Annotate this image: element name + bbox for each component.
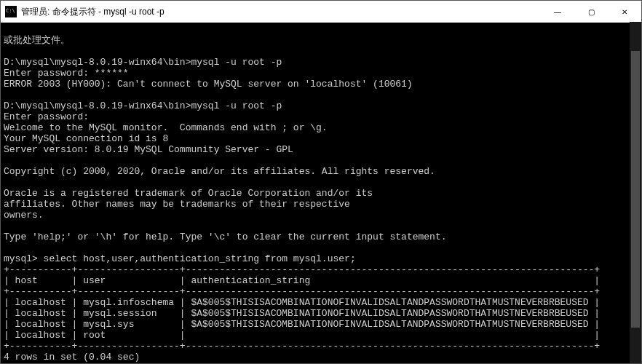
output-line: Welcome to the MySQL monitor. Commands e… xyxy=(4,122,328,133)
table-row: | localhost | mysql.session | $A$005$THI… xyxy=(4,308,600,319)
output-line: owners. xyxy=(4,210,44,221)
window-title: 管理员: 命令提示符 - mysql -u root -p xyxy=(21,6,165,18)
table-border: +-----------+------------------+--------… xyxy=(4,286,600,297)
close-button[interactable]: ✕ xyxy=(608,1,641,23)
output-line: Oracle is a registered trademark of Orac… xyxy=(4,188,373,199)
terminal-output[interactable]: 或批处理文件。 D:\mysql\mysql-8.0.19-winx64\bin… xyxy=(1,23,641,364)
output-line: D:\mysql\mysql-8.0.19-winx64\bin>mysql -… xyxy=(4,100,282,111)
output-line: affiliates. Other names may be trademark… xyxy=(4,199,350,210)
output-line: Enter password: xyxy=(4,111,89,122)
output-line: Your MySQL connection id is 8 xyxy=(4,133,168,144)
result-summary: 4 rows in set (0.04 sec) xyxy=(4,352,140,363)
output-line: Enter password: ****** xyxy=(4,68,129,79)
vertical-scrollbar[interactable] xyxy=(630,22,641,363)
maximize-button[interactable]: ▢ xyxy=(574,1,608,23)
table-border: +-----------+------------------+--------… xyxy=(4,264,600,275)
output-line: Server version: 8.0.19 MySQL Community S… xyxy=(4,144,293,155)
table-row: | localhost | mysql.sys | $A$005$THISISA… xyxy=(4,319,600,330)
cmd-icon xyxy=(5,6,17,17)
output-line: Type 'help;' or '\h' for help. Type '\c'… xyxy=(4,232,447,242)
window-titlebar[interactable]: 管理员: 命令提示符 - mysql -u root -p — ▢ ✕ xyxy=(1,1,641,23)
output-line: Copyright (c) 2000, 2020, Oracle and/or … xyxy=(4,166,435,177)
minimize-button[interactable]: — xyxy=(541,1,574,23)
output-line: ERROR 2003 (HY000): Can't connect to MyS… xyxy=(4,79,413,90)
output-line: D:\mysql\mysql-8.0.19-winx64\bin>mysql -… xyxy=(4,57,282,68)
scrollbar-thumb[interactable] xyxy=(631,51,640,328)
output-line: 或批处理文件。 xyxy=(4,35,70,46)
table-border: +-----------+------------------+--------… xyxy=(4,341,600,352)
table-row: | localhost | mysql.infoschema | $A$005$… xyxy=(4,297,600,308)
query-line: mysql> select host,user,authentication_s… xyxy=(4,253,356,264)
table-row: | localhost | root | | xyxy=(4,330,600,341)
table-header: | host | user | authentication_string | xyxy=(4,275,600,286)
